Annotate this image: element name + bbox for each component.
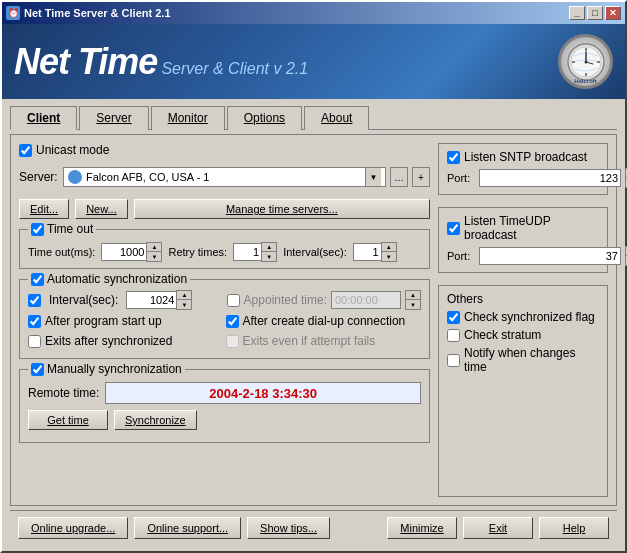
tab-about[interactable]: About	[304, 106, 369, 130]
interval-sec-checkbox[interactable]	[28, 294, 41, 307]
interval-spin-btns: ▲ ▼	[381, 242, 397, 262]
retry-input[interactable]	[233, 243, 261, 261]
timeout-ms-down[interactable]: ▼	[147, 252, 161, 261]
timeout-checkbox[interactable]	[31, 223, 44, 236]
listen-timeudp-checkbox[interactable]	[447, 222, 460, 235]
check-stratum-checkbox[interactable]	[447, 329, 460, 342]
autosync-section-label: Automatic synchronization	[28, 272, 190, 286]
footer-right: Minimize Exit Help	[387, 517, 609, 539]
timeout-ms-input[interactable]	[101, 243, 146, 261]
after-dialup-checkbox[interactable]	[226, 315, 239, 328]
interval-sec-row: Interval(sec): ▲ ▼ Appointed time:	[28, 290, 421, 310]
get-time-button[interactable]: Get time	[28, 410, 108, 430]
minimize-button[interactable]: Minimize	[387, 517, 457, 539]
tab-client[interactable]: Client	[10, 106, 77, 130]
server-row: Server: Falcon AFB, CO, USA - 1 ▼ … +	[19, 167, 430, 187]
exits-even-checkbox[interactable]	[226, 335, 239, 348]
autosync-checkbox[interactable]	[31, 273, 44, 286]
retry-spinner: ▲ ▼	[233, 242, 277, 262]
others-section: Others Check synchronized flag Check str…	[438, 285, 608, 497]
manual-sync-checkbox[interactable]	[31, 363, 44, 376]
synchronize-button[interactable]: Synchronize	[114, 410, 197, 430]
timeout-row: Time out(ms): ▲ ▼ Retry times:	[28, 242, 421, 262]
check-sync-label: Check synchronized flag	[464, 310, 595, 324]
retry-up[interactable]: ▲	[262, 243, 276, 252]
remote-time-row: Remote time:	[28, 382, 421, 404]
after-dialup-row: After create dial-up connection	[226, 314, 422, 328]
tab-server[interactable]: Server	[79, 106, 148, 130]
timeout-section: Time out Time out(ms): ▲ ▼ Retry times:	[19, 229, 430, 269]
after-startup-label: After program start up	[45, 314, 162, 328]
manual-section: Manually synchronization Remote time: Ge…	[19, 369, 430, 443]
timeudp-port-input[interactable]	[479, 247, 621, 265]
exits-after-sync-label: Exits after synchronized	[45, 334, 172, 348]
interval-up[interactable]: ▲	[382, 243, 396, 252]
header-area: Net Time Server & Client v 2.1	[2, 24, 625, 99]
appointed-time-input[interactable]	[331, 291, 401, 309]
interval-sec-up[interactable]: ▲	[177, 291, 191, 300]
minimize-button[interactable]: _	[569, 6, 585, 20]
timeout-ms-up[interactable]: ▲	[147, 243, 161, 252]
window-title: Net Time Server & Client 2.1	[24, 7, 171, 19]
retry-label: Retry times:	[168, 246, 227, 258]
online-support-button[interactable]: Online support...	[134, 517, 241, 539]
sntp-port-input[interactable]	[479, 169, 621, 187]
interval-sec-down[interactable]: ▼	[177, 300, 191, 309]
online-upgrade-button[interactable]: Online upgrade...	[18, 517, 128, 539]
check-stratum-label: Check stratum	[464, 328, 541, 342]
appointed-spin-btns: ▲ ▼	[405, 290, 421, 310]
appointed-time-checkbox[interactable]	[227, 294, 240, 307]
retry-down[interactable]: ▼	[262, 252, 276, 261]
notify-changes-checkbox[interactable]	[447, 354, 460, 367]
show-tips-button[interactable]: Show tips...	[247, 517, 330, 539]
server-dots-btn[interactable]: …	[390, 167, 408, 187]
check-sync-checkbox[interactable]	[447, 311, 460, 324]
help-button[interactable]: Help	[539, 517, 609, 539]
remote-time-label: Remote time:	[28, 386, 99, 400]
timeudp-section: Listen TimeUDP broadcast Port: ▲ ▼	[438, 207, 608, 273]
main-content: Unicast mode Server: Falcon AFB, CO, USA…	[10, 134, 617, 506]
listen-sntp-checkbox[interactable]	[447, 151, 460, 164]
svg-point-8	[584, 60, 587, 63]
close-button[interactable]: ✕	[605, 6, 621, 20]
content-area: Client Server Monitor Options About Unic…	[2, 99, 625, 551]
appointed-time-label: Appointed time:	[244, 293, 327, 307]
server-label: Server:	[19, 170, 59, 184]
manual-section-label: Manually synchronization	[28, 362, 185, 376]
after-startup-row: After program start up	[28, 314, 224, 328]
right-panel: Listen SNTP broadcast Port: ▲ ▼	[438, 143, 608, 497]
remote-time-input[interactable]	[105, 382, 421, 404]
tab-monitor[interactable]: Monitor	[151, 106, 225, 130]
timeudp-port-label: Port:	[447, 250, 475, 262]
server-combo-arrow[interactable]: ▼	[365, 168, 381, 186]
server-combo[interactable]: Falcon AFB, CO, USA - 1 ▼	[63, 167, 386, 187]
maximize-button[interactable]: □	[587, 6, 603, 20]
tab-options[interactable]: Options	[227, 106, 302, 130]
appointed-up[interactable]: ▲	[406, 291, 420, 300]
after-startup-checkbox[interactable]	[28, 315, 41, 328]
footer: Online upgrade... Online support... Show…	[10, 510, 617, 545]
appointed-down[interactable]: ▼	[406, 300, 420, 309]
notify-changes-label: Notify when changes time	[464, 346, 599, 374]
title-buttons: _ □ ✕	[569, 6, 621, 20]
app-name-subtitle: Server & Client v 2.1	[161, 60, 308, 78]
timeout-ms-label: Time out(ms):	[28, 246, 95, 258]
manage-button[interactable]: Manage time servers...	[134, 199, 430, 219]
sntp-port-label: Port:	[447, 172, 475, 184]
unicast-mode-row: Unicast mode	[19, 143, 430, 157]
interval-spinner: ▲ ▼	[353, 242, 397, 262]
interval-input[interactable]	[353, 243, 381, 261]
title-bar-text: ⏰ Net Time Server & Client 2.1	[6, 6, 171, 20]
exits-after-sync-checkbox[interactable]	[28, 335, 41, 348]
interval-sec-label: Interval(sec):	[49, 293, 118, 307]
server-add-btn[interactable]: +	[412, 167, 430, 187]
exit-button[interactable]: Exit	[463, 517, 533, 539]
interval-sec-spinner: ▲ ▼	[126, 290, 192, 310]
edit-button[interactable]: Edit...	[19, 199, 69, 219]
unicast-mode-checkbox[interactable]	[19, 144, 32, 157]
sntp-section: Listen SNTP broadcast Port: ▲ ▼	[438, 143, 608, 195]
new-button[interactable]: New...	[75, 199, 128, 219]
interval-down[interactable]: ▼	[382, 252, 396, 261]
interval-sec-input[interactable]	[126, 291, 176, 309]
timeout-ms-spin-btns: ▲ ▼	[146, 242, 162, 262]
